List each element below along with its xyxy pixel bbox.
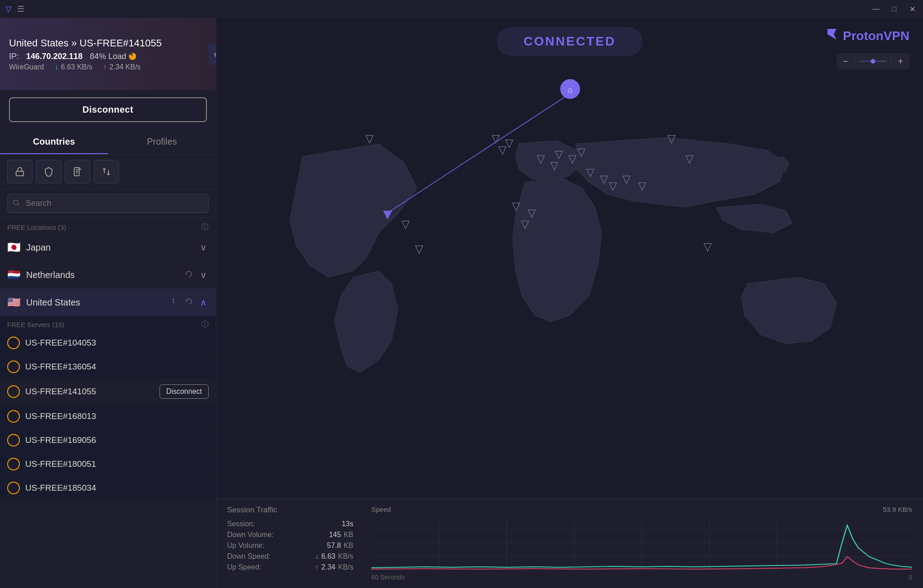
down-arrow-icon: ↓ bbox=[55, 63, 58, 71]
server-name-104053: US-FREE#104053 bbox=[25, 338, 209, 348]
menu-icon[interactable]: ☰ bbox=[17, 4, 24, 14]
us-reconnect-button[interactable] bbox=[183, 296, 195, 310]
up-speed-label: Up Speed: bbox=[227, 563, 261, 571]
server-item-136054[interactable]: US-FREE#136054 bbox=[0, 355, 216, 379]
up-arrow-icon: ↑ bbox=[103, 63, 107, 71]
server-item-168013[interactable]: US-FREE#168013 bbox=[0, 405, 216, 428]
proton-logo: ProtonVPN bbox=[825, 27, 909, 45]
country-item-us[interactable]: 🇺🇸 United States bbox=[0, 289, 216, 316]
protocol-label: WireGuard bbox=[9, 63, 44, 71]
time-left-label: 60 Seconds bbox=[371, 574, 405, 581]
session-value: 13s bbox=[342, 520, 353, 528]
server-name-180051: US-FREE#180051 bbox=[25, 459, 209, 469]
speed-chart-container: Speed 53.9 KB/s bbox=[371, 506, 912, 581]
map-area: CONNECTED ProtonVPN − bbox=[216, 18, 923, 498]
us-flag-icon: 🇺🇸 bbox=[7, 296, 21, 309]
svg-point-2 bbox=[14, 200, 18, 205]
up-speed-arrow-icon: ↑ bbox=[315, 563, 319, 571]
tab-countries[interactable]: Countries bbox=[0, 129, 108, 154]
disconnect-wrap: Disconnect bbox=[0, 90, 216, 129]
server-disconnect-button-141055[interactable]: Disconnect bbox=[160, 384, 209, 399]
server-status-icon-185034 bbox=[7, 482, 20, 494]
search-input[interactable] bbox=[7, 194, 209, 213]
svg-point-6 bbox=[560, 79, 580, 99]
down-speed-row: Down Speed: ↓ 6.63 KB/s bbox=[227, 552, 353, 561]
connected-badge: CONNECTED bbox=[497, 27, 643, 56]
session-label: Session: bbox=[227, 520, 255, 528]
zoom-plus-button[interactable]: + bbox=[891, 53, 909, 69]
server-item-180051[interactable]: US-FREE#180051 bbox=[0, 452, 216, 476]
connection-title: United States » US-FREE#141055 bbox=[9, 37, 207, 49]
down-speed: ↓ 6.63 KB/s bbox=[55, 63, 92, 71]
server-item-185034[interactable]: US-FREE#185034 bbox=[0, 476, 216, 500]
connection-speed-row: WireGuard ↓ 6.63 KB/s ↑ 2.34 KB/s bbox=[9, 63, 207, 71]
server-status-icon-136054 bbox=[7, 360, 20, 373]
ip-label: IP: bbox=[9, 52, 19, 61]
japan-expand-button[interactable]: ∨ bbox=[198, 240, 209, 255]
session-traffic: Session Traffic Session: 13s Down Volume… bbox=[227, 506, 353, 581]
server-status-icon-141055 bbox=[7, 385, 20, 398]
netherlands-flag-icon: 🇳🇱 bbox=[7, 269, 21, 281]
japan-name: Japan bbox=[26, 242, 198, 253]
country-item-netherlands[interactable]: 🇳🇱 Netherlands ∨ bbox=[0, 261, 216, 289]
server-item-104053[interactable]: US-FREE#104053 bbox=[0, 331, 216, 355]
free-locations-text: FREE Locations (3) bbox=[7, 223, 66, 231]
server-item-141055[interactable]: US-FREE#141055 Disconnect bbox=[0, 379, 216, 405]
country-item-japan[interactable]: 🇯🇵 Japan ∨ bbox=[0, 234, 216, 261]
collapse-button[interactable]: ❮ bbox=[209, 43, 216, 65]
us-info-button[interactable] bbox=[168, 296, 179, 310]
speed-chart-title: Speed bbox=[371, 506, 391, 513]
server-status-icon-180051 bbox=[7, 458, 20, 470]
japan-actions: ∨ bbox=[198, 240, 209, 255]
up-speed-value: ↑ 2.34 KB/s bbox=[315, 563, 353, 571]
up-speed-row: Up Speed: ↑ 2.34 KB/s bbox=[227, 563, 353, 571]
country-list: 🇯🇵 Japan ∨ 🇳🇱 Netherlands bbox=[0, 234, 216, 588]
netherlands-actions: ∨ bbox=[183, 268, 209, 282]
server-status-icon-169056 bbox=[7, 434, 20, 447]
free-servers-info-icon[interactable]: ⓘ bbox=[201, 320, 209, 329]
server-status-icon-104053 bbox=[7, 337, 20, 349]
filter-lock-button[interactable] bbox=[7, 160, 32, 183]
netherlands-name: Netherlands bbox=[26, 270, 183, 280]
down-speed-label: Down Speed: bbox=[227, 552, 270, 561]
netherlands-reconnect-button[interactable] bbox=[183, 268, 195, 282]
minimize-button[interactable]: — bbox=[871, 4, 882, 14]
server-item-169056[interactable]: US-FREE#169056 bbox=[0, 428, 216, 452]
down-speed-arrow-icon: ↓ bbox=[315, 552, 319, 561]
netherlands-expand-button[interactable]: ∨ bbox=[198, 268, 209, 282]
app-logo-icon: ▽ bbox=[5, 4, 12, 14]
up-volume-value: 57.8 KB bbox=[327, 542, 353, 550]
svg-text:⌂: ⌂ bbox=[568, 85, 573, 94]
main-layout: United States » US-FREE#141055 IP: 146.7… bbox=[0, 18, 923, 588]
free-servers-text: FREE Servers (15) bbox=[7, 321, 64, 328]
load-text: 84% Load bbox=[90, 52, 126, 61]
filter-row bbox=[0, 155, 216, 189]
tabs-row: Countries Profiles bbox=[0, 129, 216, 155]
filter-doc-button[interactable] bbox=[65, 160, 90, 183]
maximize-button[interactable]: □ bbox=[889, 4, 900, 14]
load-circle-icon bbox=[129, 53, 136, 60]
speed-max-label: 53.9 KB/s bbox=[883, 506, 912, 513]
speed-chart bbox=[371, 516, 912, 570]
down-speed-value: ↓ 6.63 KB/s bbox=[315, 552, 353, 561]
japan-flag-icon: 🇯🇵 bbox=[7, 241, 21, 254]
free-servers-label: FREE Servers (15) ⓘ bbox=[0, 316, 216, 331]
us-collapse-button[interactable]: ∧ bbox=[198, 295, 209, 310]
proton-logo-icon bbox=[825, 27, 839, 45]
filter-arrows-button[interactable] bbox=[94, 160, 119, 183]
disconnect-button[interactable]: Disconnect bbox=[9, 97, 207, 122]
tab-profiles[interactable]: Profiles bbox=[108, 129, 216, 154]
server-name-185034: US-FREE#185034 bbox=[25, 483, 209, 493]
search-icon bbox=[13, 199, 20, 208]
zoom-minus-button[interactable]: − bbox=[836, 53, 854, 69]
free-locations-info-icon[interactable]: ⓘ bbox=[201, 223, 209, 232]
svg-rect-0 bbox=[16, 171, 24, 176]
filter-shield-button[interactable] bbox=[36, 160, 61, 183]
close-button[interactable]: ✕ bbox=[907, 4, 918, 14]
zoom-controls: − + bbox=[836, 53, 909, 69]
us-name: United States bbox=[26, 297, 168, 308]
stats-panel: Session Traffic Session: 13s Down Volume… bbox=[216, 498, 923, 588]
up-speed: ↑ 2.34 KB/s bbox=[103, 63, 141, 71]
server-name-136054: US-FREE#136054 bbox=[25, 362, 209, 372]
up-volume-row: Up Volume: 57.8 KB bbox=[227, 542, 353, 550]
